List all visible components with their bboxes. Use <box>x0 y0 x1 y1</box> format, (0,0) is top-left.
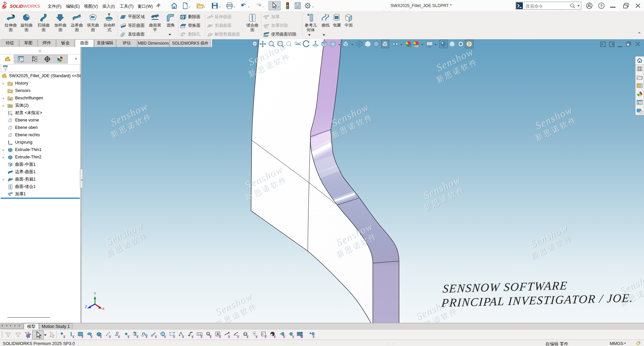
svg-text:X: X <box>102 307 105 311</box>
svg-text:N: N <box>207 333 209 335</box>
svg-text:A: A <box>9 97 11 100</box>
svg-text:0.3: 0.3 <box>198 333 201 335</box>
svg-text:Y: Y <box>94 292 96 296</box>
svg-text:Z: Z <box>85 305 87 309</box>
svg-text:?: ? <box>600 4 602 8</box>
svg-text:软件: 软件 <box>386 341 397 346</box>
svg-text:snow: snow <box>285 340 299 346</box>
